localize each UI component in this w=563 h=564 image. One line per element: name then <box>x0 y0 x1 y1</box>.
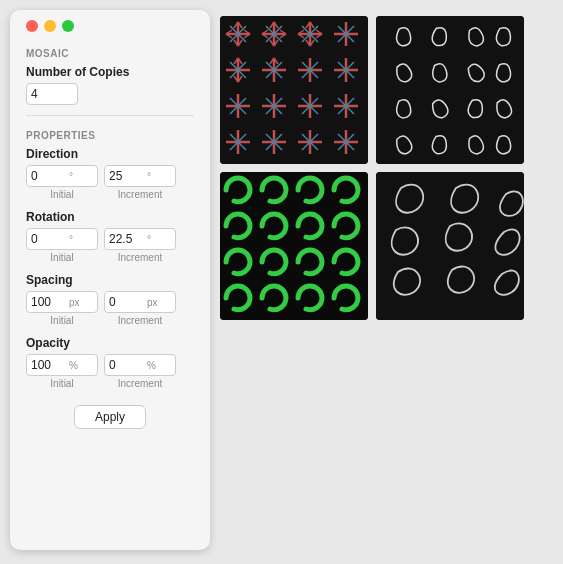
preview-cross-pattern <box>220 16 368 164</box>
rotation-initial-input-wrapper: ° <box>26 228 98 250</box>
maximize-button[interactable] <box>62 20 74 32</box>
preview-large-leaf-pattern <box>376 172 524 320</box>
spacing-increment-sublabel: Increment <box>118 315 162 326</box>
preview-area <box>220 16 524 320</box>
spacing-row: px Initial px Increment <box>26 291 194 326</box>
divider-1 <box>26 115 194 116</box>
rotation-increment-unit: ° <box>147 234 155 245</box>
copies-input[interactable] <box>26 83 78 105</box>
svg-rect-96 <box>220 172 368 320</box>
spacing-increment-input[interactable] <box>105 292 147 312</box>
apply-button[interactable]: Apply <box>74 405 146 429</box>
direction-increment-group: ° Increment <box>104 165 176 200</box>
direction-row: ° Initial ° Increment <box>26 165 194 200</box>
rotation-label: Rotation <box>26 210 194 224</box>
opacity-initial-sublabel: Initial <box>50 378 73 389</box>
opacity-increment-group: % Increment <box>104 354 176 389</box>
direction-initial-sublabel: Initial <box>50 189 73 200</box>
opacity-increment-input-wrapper: % <box>104 354 176 376</box>
direction-increment-unit: ° <box>147 171 155 182</box>
spacing-label: Spacing <box>26 273 194 287</box>
opacity-initial-input[interactable] <box>27 355 69 375</box>
direction-initial-unit: ° <box>69 171 77 182</box>
opacity-row: % Initial % Increment <box>26 354 194 389</box>
rotation-increment-group: ° Increment <box>104 228 176 263</box>
rotation-section: Rotation ° Initial ° Increment <box>26 210 194 265</box>
properties-section-title: PROPERTIES <box>26 130 194 141</box>
rotation-initial-group: ° Initial <box>26 228 98 263</box>
direction-initial-input[interactable] <box>27 166 69 186</box>
rotation-increment-input[interactable] <box>105 229 147 249</box>
direction-increment-input-wrapper: ° <box>104 165 176 187</box>
opacity-label: Opacity <box>26 336 194 350</box>
spacing-increment-group: px Increment <box>104 291 176 326</box>
opacity-initial-unit: % <box>69 360 82 371</box>
direction-initial-group: ° Initial <box>26 165 98 200</box>
opacity-initial-group: % Initial <box>26 354 98 389</box>
window-controls <box>26 20 194 32</box>
spacing-initial-input-wrapper: px <box>26 291 98 313</box>
copies-label: Number of Copies <box>26 65 194 79</box>
spacing-initial-unit: px <box>69 297 84 308</box>
preview-bottom-row <box>220 172 524 320</box>
rotation-increment-sublabel: Increment <box>118 252 162 263</box>
spacing-increment-input-wrapper: px <box>104 291 176 313</box>
direction-increment-input[interactable] <box>105 166 147 186</box>
rotation-initial-unit: ° <box>69 234 77 245</box>
direction-label: Direction <box>26 147 194 161</box>
direction-initial-input-wrapper: ° <box>26 165 98 187</box>
minimize-button[interactable] <box>44 20 56 32</box>
svg-rect-95 <box>376 16 524 164</box>
copies-row <box>26 83 194 105</box>
mosaic-section-title: MOSAIC <box>26 48 194 59</box>
rotation-initial-sublabel: Initial <box>50 252 73 263</box>
opacity-section: Opacity % Initial % Increment <box>26 336 194 391</box>
preview-ring-pattern <box>220 172 368 320</box>
preview-leaf-pattern <box>376 16 524 164</box>
rotation-row: ° Initial ° Increment <box>26 228 194 263</box>
panel: MOSAIC Number of Copies PROPERTIES Direc… <box>10 10 210 550</box>
spacing-initial-input[interactable] <box>27 292 69 312</box>
opacity-increment-sublabel: Increment <box>118 378 162 389</box>
opacity-increment-unit: % <box>147 360 160 371</box>
preview-top-row <box>220 16 524 164</box>
close-button[interactable] <box>26 20 38 32</box>
spacing-initial-sublabel: Initial <box>50 315 73 326</box>
opacity-increment-input[interactable] <box>105 355 147 375</box>
direction-increment-sublabel: Increment <box>118 189 162 200</box>
opacity-initial-input-wrapper: % <box>26 354 98 376</box>
spacing-section: Spacing px Initial px Increment <box>26 273 194 328</box>
rotation-initial-input[interactable] <box>27 229 69 249</box>
spacing-initial-group: px Initial <box>26 291 98 326</box>
rotation-increment-input-wrapper: ° <box>104 228 176 250</box>
spacing-increment-unit: px <box>147 297 162 308</box>
